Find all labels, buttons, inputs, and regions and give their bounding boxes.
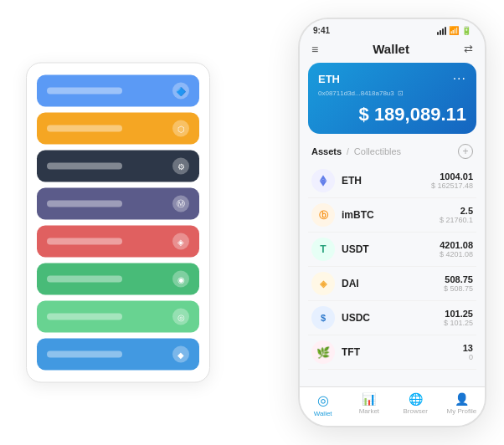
scan-icon[interactable]: ⇄ xyxy=(464,43,473,55)
table-row[interactable]: 🌿 TFT 13 0 xyxy=(308,335,476,370)
asset-amounts: 4201.08 $ 4201.08 xyxy=(440,240,473,258)
asset-name: TFT xyxy=(342,346,463,358)
asset-usd: $ 101.25 xyxy=(444,319,473,327)
card-icon: 🔷 xyxy=(172,83,189,100)
tab-separator: / xyxy=(347,147,349,156)
card-label xyxy=(47,125,122,132)
card-label xyxy=(47,351,122,358)
eth-icon xyxy=(311,169,335,192)
eth-address: 0x08711d3d...8418a78u3 ⊡ xyxy=(318,90,466,97)
table-row[interactable]: ◈ DAI 508.75 $ 508.75 xyxy=(308,267,476,301)
table-row[interactable]: $ USDC 101.25 $ 101.25 xyxy=(308,301,476,335)
asset-name: DAI xyxy=(342,278,444,289)
profile-nav-icon: 👤 xyxy=(455,392,469,406)
asset-amount: 4201.08 xyxy=(440,240,473,250)
card-icon: ⚙ xyxy=(172,158,189,175)
phone-header: ≡ Wallet ⇄ xyxy=(300,38,485,63)
list-item[interactable]: ⬡ xyxy=(37,113,199,145)
table-row[interactable]: ⓑ imBTC 2.5 $ 21760.1 xyxy=(308,198,476,233)
asset-amounts: 508.75 $ 508.75 xyxy=(444,274,473,293)
copy-icon[interactable]: ⊡ xyxy=(398,90,404,97)
asset-usd: 0 xyxy=(463,353,473,361)
nav-item-market[interactable]: 📊 Market xyxy=(346,392,392,417)
tab-collectibles[interactable]: Collectibles xyxy=(354,146,401,156)
nav-label: My Profile xyxy=(447,407,477,415)
asset-usd: $ 4201.08 xyxy=(440,250,473,258)
eth-card[interactable]: ETH ··· 0x08711d3d...8418a78u3 ⊡ $ 189,0… xyxy=(308,63,476,134)
table-row[interactable]: ETH 1004.01 $ 162517.48 xyxy=(308,164,476,198)
asset-amount: 101.25 xyxy=(444,309,473,319)
asset-amounts: 2.5 $ 21760.1 xyxy=(440,206,473,224)
asset-usd: $ 508.75 xyxy=(444,284,473,293)
card-label xyxy=(47,276,122,283)
list-item[interactable]: ◉ xyxy=(37,263,199,295)
asset-amount: 2.5 xyxy=(440,206,473,216)
asset-list: ETH 1004.01 $ 162517.48 ⓑ imBTC 2.5 $ 21… xyxy=(300,164,485,386)
card-icon: ◉ xyxy=(172,271,189,288)
nav-item-wallet[interactable]: ◎ Wallet xyxy=(300,392,346,417)
list-item[interactable]: ⚙ xyxy=(37,151,199,182)
asset-amounts: 1004.01 $ 162517.48 xyxy=(431,171,473,190)
card-icon: ◎ xyxy=(172,309,189,325)
status-time: 9:41 xyxy=(313,26,330,35)
asset-amount: 13 xyxy=(463,343,473,353)
nav-label: Market xyxy=(359,407,379,415)
status-icons: 📶 🔋 xyxy=(437,26,471,35)
imbtc-icon: ⓑ xyxy=(311,203,335,227)
asset-name: USDT xyxy=(342,243,440,255)
market-nav-icon: 📊 xyxy=(362,392,376,406)
list-item[interactable]: ◈ xyxy=(37,226,199,258)
asset-name: ETH xyxy=(342,175,431,187)
bottom-nav: ◎ Wallet 📊 Market 🌐 Browser 👤 My Profile xyxy=(300,386,485,426)
card-icon: ◆ xyxy=(172,346,189,363)
page-title: Wallet xyxy=(373,42,409,56)
nav-label: Wallet xyxy=(314,410,332,417)
card-icon: ⬡ xyxy=(172,120,189,137)
list-item[interactable]: 🔷 xyxy=(37,75,199,107)
phone-frame: 9:41 📶 🔋 ≡ Wallet ⇄ ETH ··· xyxy=(298,18,486,427)
svg-marker-2 xyxy=(323,181,327,186)
wifi-icon: 📶 xyxy=(449,26,459,35)
asset-amounts: 101.25 $ 101.25 xyxy=(444,309,473,327)
list-item[interactable]: ◎ xyxy=(37,301,199,333)
list-item[interactable]: Ⓜ xyxy=(37,188,199,220)
nav-label: Browser xyxy=(403,407,427,415)
usdt-icon: T xyxy=(311,238,335,261)
asset-name: imBTC xyxy=(342,209,440,221)
asset-usd: $ 162517.48 xyxy=(431,182,473,190)
asset-amounts: 13 0 xyxy=(463,343,473,361)
asset-usd: $ 21760.1 xyxy=(440,216,473,224)
add-asset-button[interactable]: + xyxy=(458,144,473,159)
menu-icon[interactable]: ≡ xyxy=(311,43,318,56)
card-stack: 🔷 ⬡ ⚙ Ⓜ ◈ ◉ ◎ ◆ xyxy=(26,63,210,383)
card-icon: ◈ xyxy=(172,233,189,250)
asset-amount: 508.75 xyxy=(444,274,473,284)
svg-marker-3 xyxy=(320,181,323,186)
card-label xyxy=(47,88,122,95)
browser-nav-icon: 🌐 xyxy=(409,392,423,406)
assets-header: Assets / Collectibles + xyxy=(300,141,485,164)
nav-item-browser[interactable]: 🌐 Browser xyxy=(393,392,439,417)
wallet-nav-icon: ◎ xyxy=(317,392,329,408)
scene: 🔷 ⬡ ⚙ Ⓜ ◈ ◉ ◎ ◆ xyxy=(9,9,495,436)
status-bar: 9:41 📶 🔋 xyxy=(300,19,485,38)
list-item[interactable]: ◆ xyxy=(37,339,199,371)
usdc-icon: $ xyxy=(311,306,335,330)
asset-name: USDC xyxy=(342,312,444,324)
battery-icon: 🔋 xyxy=(461,26,471,35)
tab-assets[interactable]: Assets xyxy=(311,146,342,156)
card-label xyxy=(47,201,122,207)
asset-amount: 1004.01 xyxy=(431,171,473,182)
assets-tabs: Assets / Collectibles xyxy=(311,146,401,156)
tft-icon: 🌿 xyxy=(311,340,335,364)
eth-card-header: ETH ··· xyxy=(318,71,466,86)
eth-token-label: ETH xyxy=(318,73,340,85)
dai-icon: ◈ xyxy=(311,272,335,295)
card-label xyxy=(47,314,122,320)
nav-item-profile[interactable]: 👤 My Profile xyxy=(439,392,485,417)
eth-menu-dots[interactable]: ··· xyxy=(453,71,466,86)
card-label xyxy=(47,238,122,245)
table-row[interactable]: T USDT 4201.08 $ 4201.08 xyxy=(308,233,476,267)
card-label xyxy=(47,163,122,170)
card-icon: Ⓜ xyxy=(172,196,189,212)
